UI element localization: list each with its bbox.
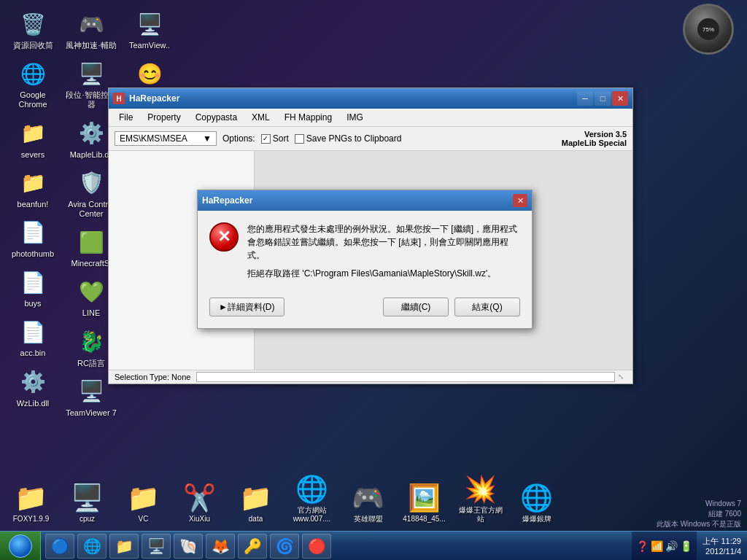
details-button[interactable]: ►詳細資料(D) xyxy=(209,298,285,316)
menu-file[interactable]: File xyxy=(112,110,140,125)
save-png-label: Save PNGs to Clipboard xyxy=(306,133,402,144)
win-name: Windows 7 xyxy=(657,499,741,509)
status-text: Selection Type: None xyxy=(115,373,190,381)
dialog-title-text: HaRepacker xyxy=(202,195,252,206)
bottom-icon-data[interactable]: 📁 data xyxy=(228,481,283,526)
toolbar-options: Options: ✓ Sort Save PNGs to Clipboard xyxy=(222,133,401,144)
desktop-icon-beanfun[interactable]: 📁 beanfun! xyxy=(4,165,62,213)
bottom-icon-chrome2[interactable]: 🌐 爆爆銀牌 xyxy=(509,481,564,526)
window-menubar: File Property Copypasta XML FH Mapping I… xyxy=(109,109,632,127)
dialog-close-button[interactable]: ✕ xyxy=(513,194,527,207)
menu-copypasta[interactable]: Copypasta xyxy=(188,110,244,125)
taskbar-icon-3: 🖥️ xyxy=(147,537,166,555)
bottom-desktop-icons: 📁 FOXY1.9.9 🖥️ cpuz 📁 VC ✂️ XiuXiu 📁 dat… xyxy=(0,472,620,529)
taskbar-app-4[interactable]: 🐚 xyxy=(174,534,203,559)
taskbar-clock: 上午 11:29 2012/11/4 xyxy=(703,536,741,556)
desktop-icon-fh[interactable]: 🎮 風神加速·輔助 xyxy=(62,6,120,54)
minimize-button[interactable]: ─ xyxy=(577,91,593,106)
dropdown-chevron-icon: ▼ xyxy=(203,133,212,144)
dialog-path: 拒絕存取路徑 'C:\Program Files\Gamania\MapleSt… xyxy=(247,268,520,280)
taskbar-app-8[interactable]: 🔴 xyxy=(302,534,331,559)
harepacker-window-icon: H xyxy=(113,93,125,104)
error-dialog: HaRepacker ✕ ✕ 您的應用程式發生未處理的例外狀況。如果您按一下 [… xyxy=(197,190,533,329)
taskbar-icon-4: 🐚 xyxy=(179,537,198,555)
menu-fh-mapping[interactable]: FH Mapping xyxy=(277,110,339,125)
window-statusbar: Selection Type: None ⤡ xyxy=(109,370,632,384)
taskbar-apps: 🔵 🌐 📁 🖥️ 🐚 🦊 🔑 🌀 🔴 xyxy=(41,532,632,560)
dialog-titlebar: HaRepacker ✕ xyxy=(198,190,532,211)
bottom-icon-foxy[interactable]: 📁 FOXY1.9.9 xyxy=(4,481,58,526)
taskbar-app-5[interactable]: 🦊 xyxy=(206,534,235,559)
desktop-icon-severs[interactable]: 📁 severs xyxy=(4,115,62,163)
bottom-icon-official[interactable]: 🌐 官方網站 www.007.... xyxy=(285,472,339,526)
error-icon: ✕ xyxy=(209,222,239,252)
resize-handle-icon[interactable]: ⤡ xyxy=(618,373,627,381)
menu-xml[interactable]: XML xyxy=(244,110,277,125)
path-dropdown[interactable]: EMS\KMS\MSEA ▼ xyxy=(115,131,217,146)
bottom-icon-xiuxiu[interactable]: ✂️ XiuXiu xyxy=(172,481,227,526)
taskbar-app-2[interactable]: 📁 xyxy=(109,534,139,559)
desktop-icon-chrome[interactable]: 🌐 Google Chrome xyxy=(4,55,62,113)
bottom-icon-cpuz[interactable]: 🖥️ cpuz xyxy=(60,481,115,526)
taskbar-icon-6: 🔑 xyxy=(244,537,262,555)
progress-bar xyxy=(196,372,615,382)
dialog-message: 您的應用程式發生未處理的例外狀況。如果您按一下 [繼續]，應用程式會忽略錯誤並嘗… xyxy=(247,222,520,262)
menu-img[interactable]: IMG xyxy=(339,110,371,125)
path-dropdown-value: EMS\KMS\MSEA xyxy=(120,133,187,144)
taskbar-app-6[interactable]: 🔑 xyxy=(238,534,267,559)
taskbar-icon-8: 🔴 xyxy=(308,537,326,555)
path-selector-area: EMS\KMS\MSEA ▼ xyxy=(115,131,217,146)
sort-label: Sort xyxy=(273,133,289,144)
taskbar-clock-area: 上午 11:29 2012/11/4 xyxy=(697,532,747,560)
close-window-button[interactable]: ✕ xyxy=(612,91,628,106)
tray-icon-battery[interactable]: 🔋 xyxy=(680,540,692,552)
taskbar-icon-7: 🌀 xyxy=(276,537,294,555)
end-button[interactable]: 結束(Q) xyxy=(454,298,520,316)
window-controls: ─ □ ✕ xyxy=(577,91,628,106)
bottom-icon-lol[interactable]: 🎮 英雄聯盟 xyxy=(341,481,395,526)
taskbar-app-3[interactable]: 🖥️ xyxy=(142,534,171,559)
desktop-icon-accbin[interactable]: 📄 acc.bin xyxy=(4,314,62,362)
taskbar-app-0[interactable]: 🔵 xyxy=(45,534,74,559)
clock-date: 2012/11/4 xyxy=(703,547,741,556)
bottom-icon-vc[interactable]: 📁 VC xyxy=(116,481,171,526)
start-button[interactable] xyxy=(0,532,41,561)
tray-icon-help[interactable]: ❓ xyxy=(636,540,649,552)
desktop-icon-teamview2[interactable]: 🖥️ TeamView.. xyxy=(120,6,179,54)
desktop-icon-photothumb[interactable]: 📄 photothumb xyxy=(4,214,62,262)
taskbar: 🔵 🌐 📁 🖥️ 🐚 🦊 🔑 🌀 🔴 ❓ 📶 🔊 🔋 上午 11:29 2012… xyxy=(0,531,747,560)
dialog-body: ✕ 您的應用程式發生未處理的例外狀況。如果您按一下 [繼續]，應用程式會忽略錯誤… xyxy=(198,211,532,292)
continue-button[interactable]: 繼續(C) xyxy=(383,298,449,316)
desktop-icon-wzlib[interactable]: ⚙️ WzLib.dll xyxy=(4,364,62,412)
window-title-text: HaRepacker xyxy=(129,93,179,104)
bottom-icon-418848[interactable]: 🖼️ 418848_45... xyxy=(397,481,452,526)
win-genuine: 此版本 Windows 不是正版 xyxy=(657,519,741,529)
dialog-buttons: ►詳細資料(D) 繼續(C) 結束(Q) xyxy=(198,292,532,328)
windows-orb-icon xyxy=(9,534,32,558)
version-line2: MapleLib Special xyxy=(562,139,627,147)
maximize-button[interactable]: □ xyxy=(595,91,611,106)
speed-gauge: 75% xyxy=(683,4,741,62)
win-build: 組建 7600 xyxy=(657,509,741,519)
window-titlebar: H HaRepacker ─ □ ✕ xyxy=(109,88,632,109)
taskbar-app-7[interactable]: 🌀 xyxy=(270,534,299,559)
tray-icon-network[interactable]: 📶 xyxy=(651,540,663,552)
sort-checkbox-item[interactable]: ✓ Sort xyxy=(261,133,289,144)
tray-icon-sound[interactable]: 🔊 xyxy=(665,540,678,552)
window-toolbar: EMS\KMS\MSEA ▼ Options: ✓ Sort Save PNGs… xyxy=(109,127,632,151)
desktop-icon-recycle[interactable]: 🗑️ 資源回收筒 xyxy=(4,6,62,54)
bottom-icon-baoba[interactable]: 💥 爆爆王官方網站 xyxy=(453,472,508,526)
taskbar-icon-5: 🦊 xyxy=(212,537,230,555)
taskbar-app-1[interactable]: 🌐 xyxy=(77,534,107,559)
save-png-checkbox-item[interactable]: Save PNGs to Clipboard xyxy=(295,133,402,144)
save-png-checkbox[interactable] xyxy=(295,134,304,144)
version-line1: Version 3.5 xyxy=(562,130,627,139)
clock-time: 上午 11:29 xyxy=(703,536,741,547)
taskbar-icon-0: 🔵 xyxy=(51,537,69,555)
dialog-content: 您的應用程式發生未處理的例外狀況。如果您按一下 [繼續]，應用程式會忽略錯誤並嘗… xyxy=(247,222,520,280)
sort-checkbox[interactable]: ✓ xyxy=(261,134,271,144)
system-tray: ❓ 📶 🔊 🔋 xyxy=(632,532,697,560)
taskbar-icon-1: 🌐 xyxy=(83,537,101,555)
desktop-icon-buys[interactable]: 📄 buys xyxy=(4,264,62,312)
menu-property[interactable]: Property xyxy=(140,110,187,125)
